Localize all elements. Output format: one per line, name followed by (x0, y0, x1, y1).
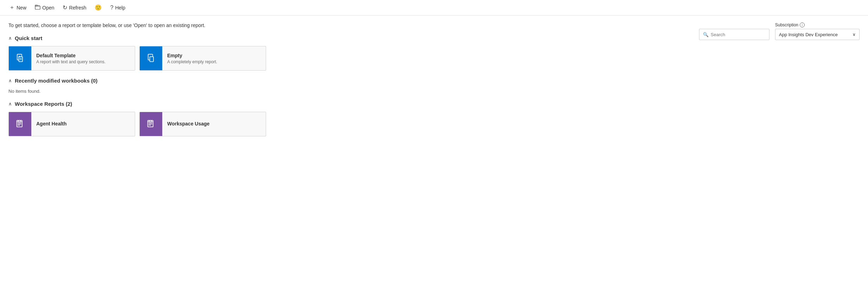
subscription-group: Subscription i App Insights Dev Experien… (775, 22, 860, 40)
document-icon (15, 53, 25, 63)
svg-rect-6 (18, 122, 21, 123)
main-content: To get started, choose a report or templ… (0, 15, 868, 150)
smile-icon: 🙂 (95, 4, 102, 11)
info-icon[interactable]: i (800, 22, 805, 27)
workspace-usage-icon-area (140, 112, 162, 136)
workspace-reports-section: ∧ Workspace Reports (2) (8, 101, 860, 136)
open-button[interactable]: Open (31, 3, 58, 13)
recently-modified-chevron: ∧ (8, 78, 12, 83)
workspace-reports-cards: Agent Health Worksp (8, 112, 860, 136)
toolbar: ＋ New Open ↻ Refresh 🙂 ? Help (0, 0, 868, 15)
default-template-title: Default Template (36, 53, 130, 58)
svg-rect-8 (18, 125, 20, 125)
workspace-reports-header[interactable]: ∧ Workspace Reports (2) (8, 101, 860, 107)
agent-health-text: Agent Health (31, 118, 135, 130)
workbook-usage-icon (146, 119, 156, 129)
search-icon: 🔍 (703, 32, 709, 37)
svg-rect-13 (149, 124, 152, 124)
svg-rect-15 (149, 121, 150, 122)
agent-health-title: Agent Health (36, 121, 130, 127)
quick-start-cards: Default Template A report with text and … (8, 46, 860, 71)
chevron-down-icon: ∨ (853, 32, 856, 37)
default-template-subtitle: A report with text and query sections. (36, 59, 130, 64)
empty-title: Empty (167, 53, 261, 58)
recently-modified-header[interactable]: ∧ Recently modified workbooks (0) (8, 78, 860, 84)
svg-rect-9 (18, 121, 19, 122)
subscription-value: App Insights Dev Experience (779, 32, 838, 37)
new-icon: ＋ (9, 4, 15, 11)
search-input[interactable] (711, 32, 766, 37)
svg-rect-4 (150, 57, 154, 61)
open-label: Open (42, 5, 54, 11)
empty-card[interactable]: Empty A completely empty report. (139, 46, 266, 71)
workbook-icon (15, 119, 25, 129)
agent-health-card[interactable]: Agent Health (8, 112, 135, 136)
default-template-text: Default Template A report with text and … (31, 50, 135, 67)
empty-icon-area (140, 46, 162, 71)
workspace-usage-card[interactable]: Workspace Usage (139, 112, 266, 136)
svg-rect-10 (20, 121, 21, 122)
quick-start-section: ∧ Quick start Default Template A report … (8, 35, 860, 71)
default-template-card[interactable]: Default Template A report with text and … (8, 46, 135, 71)
empty-subtitle: A completely empty report. (167, 59, 261, 64)
empty-text: Empty A completely empty report. (162, 50, 266, 67)
quick-start-chevron: ∧ (8, 35, 12, 41)
quick-start-title: Quick start (15, 35, 42, 41)
recently-modified-section: ∧ Recently modified workbooks (0) No ite… (8, 78, 860, 94)
agent-health-icon-area (9, 112, 31, 136)
no-items-text: No items found. (8, 89, 860, 94)
default-template-icon-area (9, 46, 31, 71)
svg-rect-14 (149, 125, 151, 125)
subscription-label: Subscription i (775, 22, 860, 27)
svg-rect-16 (151, 121, 152, 122)
refresh-label: Refresh (69, 5, 86, 11)
svg-rect-11 (148, 121, 153, 127)
new-label: New (17, 5, 26, 11)
refresh-button[interactable]: ↻ Refresh (59, 3, 90, 12)
help-label: Help (115, 5, 125, 11)
subscription-dropdown[interactable]: App Insights Dev Experience ∨ (775, 29, 860, 40)
top-controls: 🔍 Subscription i App Insights Dev Experi… (699, 22, 860, 40)
empty-document-icon (146, 53, 156, 63)
workspace-usage-text: Workspace Usage (162, 118, 266, 130)
help-button-q[interactable]: ? Help (107, 3, 129, 12)
open-icon (35, 4, 40, 11)
svg-rect-5 (17, 121, 22, 127)
search-box[interactable]: 🔍 (699, 29, 769, 40)
help-button[interactable]: 🙂 (91, 3, 105, 12)
refresh-icon: ↻ (63, 4, 67, 11)
svg-rect-2 (19, 57, 23, 61)
workspace-reports-title: Workspace Reports (2) (15, 101, 72, 107)
workspace-reports-chevron: ∧ (8, 101, 12, 106)
svg-rect-7 (18, 124, 21, 124)
svg-rect-12 (149, 122, 152, 123)
recently-modified-title: Recently modified workbooks (0) (15, 78, 98, 84)
new-button[interactable]: ＋ New (6, 2, 30, 13)
workspace-usage-title: Workspace Usage (167, 121, 261, 127)
question-icon: ? (110, 5, 113, 11)
